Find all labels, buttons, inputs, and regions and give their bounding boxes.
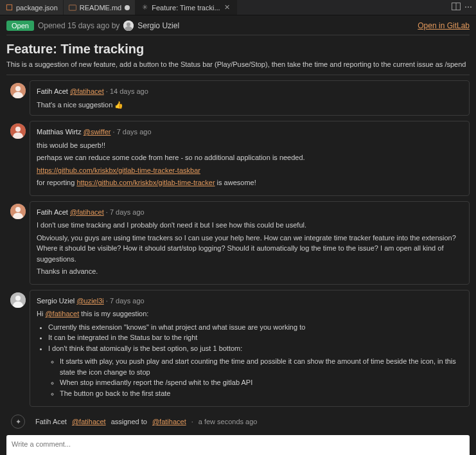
comment-time: · 7 days ago xyxy=(106,297,145,305)
comment-composer: Comment xyxy=(0,435,476,455)
tab-package-json[interactable]: package.json xyxy=(0,0,64,15)
avatar xyxy=(10,123,26,139)
svg-point-17 xyxy=(15,296,21,301)
avatar xyxy=(10,292,26,308)
comment-author: Sergio Uziel xyxy=(37,297,75,305)
event-action: assigned to xyxy=(111,418,147,425)
status-badge: Open xyxy=(6,21,34,31)
issue-description: This is a suggestion of new feature, add… xyxy=(6,60,470,75)
tab-feature-time-tracking[interactable]: ✳ Feature: Time tracki... ✕ xyxy=(136,0,236,15)
opened-label: Opened 15 days ago by xyxy=(38,21,119,30)
avatar xyxy=(10,204,26,219)
json-icon xyxy=(5,4,13,12)
comment-handle[interactable]: @uziel3i xyxy=(76,297,103,305)
dirty-indicator-icon xyxy=(125,5,130,10)
gitlab-icon: ✳ xyxy=(141,4,148,12)
comment-time: · 7 days ago xyxy=(113,128,152,136)
tab-label: README.md xyxy=(80,4,121,12)
comment-handle[interactable]: @fatihacet xyxy=(70,208,104,216)
comment-author: Fatih Acet xyxy=(37,87,68,95)
comment-author: Matthias Wirtz xyxy=(37,128,82,136)
comment: Fatih Acet @fatihacet · 7 days agoI don'… xyxy=(6,201,470,285)
split-editor-icon[interactable] xyxy=(452,3,461,12)
comment-body: Hi @fatihacet this is my suggestion:Curr… xyxy=(37,308,463,398)
comment: Fatih Acet @fatihacet · 14 days agoThat'… xyxy=(6,80,470,116)
page-title: Feature: Time tracking xyxy=(6,35,470,60)
comment-body: That's a nice suggestion 👍 xyxy=(37,100,463,111)
timeline: Fatih Acet @fatihacet · 14 days agoThat'… xyxy=(6,75,470,407)
comment-handle[interactable]: @swiffer xyxy=(84,128,111,136)
comment-time: · 14 days ago xyxy=(106,87,148,95)
event-target[interactable]: @fatihacet xyxy=(152,418,186,425)
assign-icon: ✦ xyxy=(11,415,25,429)
svg-point-11 xyxy=(15,127,21,132)
event-separator: · xyxy=(191,418,193,425)
more-icon[interactable]: ⋯ xyxy=(464,3,472,12)
comment-body: I don't use time tracking and I probably… xyxy=(37,220,463,277)
svg-point-14 xyxy=(15,207,21,212)
svg-point-8 xyxy=(15,86,21,91)
comment-handle[interactable]: @fatihacet xyxy=(70,87,104,95)
markdown-icon xyxy=(69,4,76,12)
comment-author: Fatih Acet xyxy=(37,208,68,216)
open-in-gitlab-link[interactable]: Open in GitLab xyxy=(418,21,470,30)
event-handle[interactable]: @fatihacet xyxy=(72,418,106,425)
issue-header: Open Opened 15 days ago by Sergio Uziel … xyxy=(0,15,476,35)
author-name: Sergio Uziel xyxy=(137,21,179,30)
svg-rect-0 xyxy=(6,4,12,10)
tab-label: Feature: Time tracki... xyxy=(152,4,220,12)
event-time: a few seconds ago xyxy=(198,418,258,425)
comment: Matthias Wirtz @swiffer · 7 days agothis… xyxy=(6,121,470,196)
comment: Sergio Uziel @uziel3i · 7 days agoHi @fa… xyxy=(6,290,470,407)
avatar xyxy=(10,83,26,98)
svg-rect-1 xyxy=(69,4,76,10)
tab-readme[interactable]: README.md xyxy=(64,0,136,15)
avatar xyxy=(123,21,134,31)
close-icon[interactable]: ✕ xyxy=(224,3,231,12)
event-author: Fatih Acet xyxy=(35,418,67,425)
system-event: ✦ Fatih Acet @fatihacet assigned to @fat… xyxy=(6,412,470,435)
comment-textarea[interactable] xyxy=(6,435,470,455)
editor-tabs: package.json README.md ✳ Feature: Time t… xyxy=(0,0,476,15)
comment-body: this would be superb!!perhaps we can red… xyxy=(37,140,463,188)
svg-point-5 xyxy=(127,22,130,26)
comment-time: · 7 days ago xyxy=(106,208,145,216)
tab-label: package.json xyxy=(16,4,58,12)
